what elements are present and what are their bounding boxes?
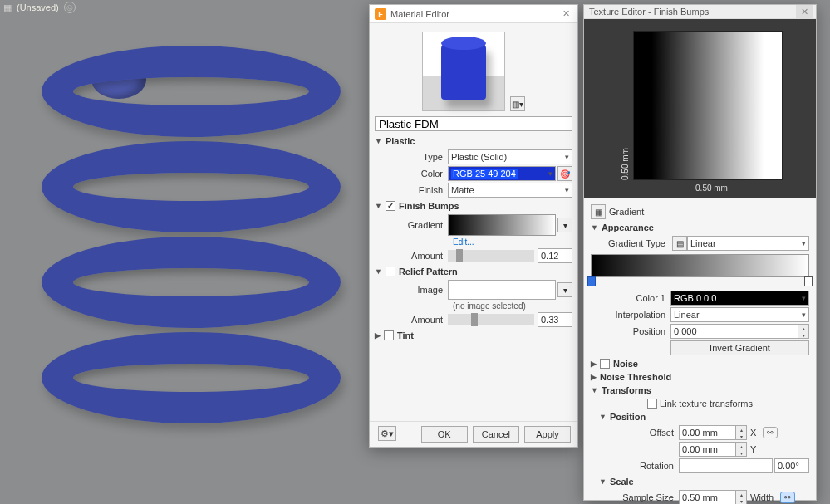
color-picker-icon[interactable]: 🎯 <box>557 166 572 181</box>
close-icon[interactable]: ✕ <box>557 7 574 21</box>
preview-x-axis-label: 0.50 mm <box>617 180 783 193</box>
link-transforms-label: Link texture transforms <box>660 399 753 409</box>
relief-checkbox[interactable] <box>386 267 395 276</box>
grad-type-icon[interactable]: ▤ <box>672 236 687 251</box>
section-plastic[interactable]: ▼Plastic <box>375 135 572 148</box>
rotation-label: Rotation <box>599 461 679 471</box>
finish-bumps-checkbox[interactable] <box>386 201 395 211</box>
preview-y-axis-label: 0.50 mm <box>617 31 633 180</box>
sample-width-input[interactable]: 0.50 mm▴▾ <box>679 490 747 504</box>
save-status-icon: ▦ <box>3 2 12 13</box>
app-icon: F <box>375 8 386 20</box>
relief-amount-slider[interactable] <box>448 314 534 325</box>
position-label: Position <box>591 326 670 336</box>
material-editor-titlebar[interactable]: F Material Editor ✕ <box>370 5 577 23</box>
texture-preview: 0.50 mm 0.50 mm <box>584 19 816 198</box>
document-status-label: (Unsaved) <box>17 2 59 12</box>
section-transforms[interactable]: ▼Transforms <box>591 384 809 397</box>
x-axis-label: X <box>747 428 759 438</box>
gradient-mode-label: Gradient <box>609 207 644 217</box>
grad-type-label: Gradient Type <box>591 238 670 248</box>
interp-label: Interpolation <box>591 310 670 320</box>
image-label: Image <box>375 285 448 295</box>
gradient-editor[interactable] <box>591 254 809 277</box>
texture-preview-image <box>633 31 783 180</box>
material-name-input[interactable] <box>375 116 572 131</box>
material-preview: ▥▾ <box>375 27 572 113</box>
color1-select[interactable]: RGB 0 0 0 <box>670 291 809 306</box>
invert-gradient-button[interactable]: Invert Gradient <box>670 340 809 355</box>
gradient-mode-icon[interactable]: ▦ <box>591 204 606 219</box>
color-label: Color <box>375 169 448 179</box>
grad-type-select[interactable]: Linear <box>687 236 809 251</box>
fb-amount-input[interactable]: 0.12 <box>538 248 572 263</box>
y-axis-label: Y <box>747 444 759 454</box>
fb-amount-slider[interactable] <box>448 250 534 262</box>
gradient-swatch[interactable] <box>448 214 556 236</box>
gradient-stop-right[interactable] <box>804 276 813 286</box>
top-status-bar: ▦ (Unsaved) ◎ <box>0 0 79 15</box>
color1-label: Color 1 <box>591 293 670 303</box>
fb-amount-label: Amount <box>375 251 448 261</box>
tint-checkbox[interactable] <box>384 330 394 340</box>
preview-options-button[interactable]: ▥▾ <box>510 96 525 111</box>
section-relief-pattern[interactable]: ▼Relief Pattern <box>375 265 572 278</box>
section-scale[interactable]: ▼Scale <box>599 475 809 488</box>
offset-y-input[interactable]: 0.00 mm▴▾ <box>679 442 747 457</box>
color-select[interactable]: RGB 25 49 204 <box>448 166 556 181</box>
offset-x-input[interactable]: 0.00 mm▴▾ <box>679 425 747 440</box>
material-editor-title: Material Editor <box>390 9 557 19</box>
section-noise[interactable]: ▶Noise <box>591 357 809 370</box>
section-appearance[interactable]: ▼Appearance <box>591 221 809 234</box>
link-scale-icon[interactable]: ⚯ <box>780 492 795 503</box>
info-icon[interactable]: ◎ <box>64 2 76 13</box>
relief-amount-label: Amount <box>375 315 448 325</box>
image-more-icon[interactable]: ▾ <box>557 282 572 297</box>
gradient-stop-left[interactable] <box>587 276 596 286</box>
cancel-button[interactable]: Cancel <box>473 426 519 443</box>
close-icon[interactable]: ✕ <box>796 5 813 18</box>
gradient-type-row: ▦ Gradient <box>591 204 809 219</box>
section-noise-threshold[interactable]: ▶Noise Threshold <box>591 370 809 384</box>
gradient-label: Gradient <box>375 220 448 230</box>
position-input[interactable]: 0.000▴▾ <box>670 324 809 339</box>
noise-checkbox[interactable] <box>600 359 610 369</box>
interp-select[interactable]: Linear <box>670 307 809 322</box>
sample-size-label: Sample Size <box>599 492 679 502</box>
type-select[interactable]: Plastic (Solid) <box>448 149 572 164</box>
link-offset-icon[interactable]: ⚯ <box>763 427 778 438</box>
apply-button[interactable]: Apply <box>524 426 571 443</box>
section-tint[interactable]: ▶Tint <box>375 329 572 342</box>
texture-editor-titlebar[interactable]: Texture Editor - Finish Bumps ✕ <box>584 5 816 19</box>
gradient-more-icon[interactable]: ▾ <box>557 218 572 232</box>
no-image-hint: (no image selected) <box>375 301 572 311</box>
ok-button[interactable]: OK <box>421 426 468 443</box>
edit-gradient-link[interactable]: Edit... <box>453 237 474 247</box>
link-transforms-checkbox[interactable] <box>647 399 657 409</box>
finish-select[interactable]: Matte <box>448 183 572 198</box>
relief-amount-input[interactable]: 0.33 <box>538 312 572 327</box>
image-well[interactable] <box>448 280 556 300</box>
section-position[interactable]: ▼Position <box>599 410 809 423</box>
rotation-value[interactable]: 0.00° <box>774 458 809 473</box>
offset-label: Offset <box>599 428 679 438</box>
finish-label: Finish <box>375 185 448 195</box>
texture-editor-dialog: Texture Editor - Finish Bumps ✕ 0.50 mm … <box>583 4 817 501</box>
section-finish-bumps[interactable]: ▼Finish Bumps <box>375 199 572 213</box>
width-label: Width <box>747 492 777 502</box>
material-editor-dialog: F Material Editor ✕ ▥▾ ▼Plastic Type Pla… <box>369 4 578 448</box>
texture-editor-title: Texture Editor - Finish Bumps <box>589 7 796 17</box>
type-label: Type <box>375 152 448 162</box>
rotation-input[interactable] <box>679 458 773 473</box>
material-menu-button[interactable]: ⚙▾ <box>378 426 396 441</box>
